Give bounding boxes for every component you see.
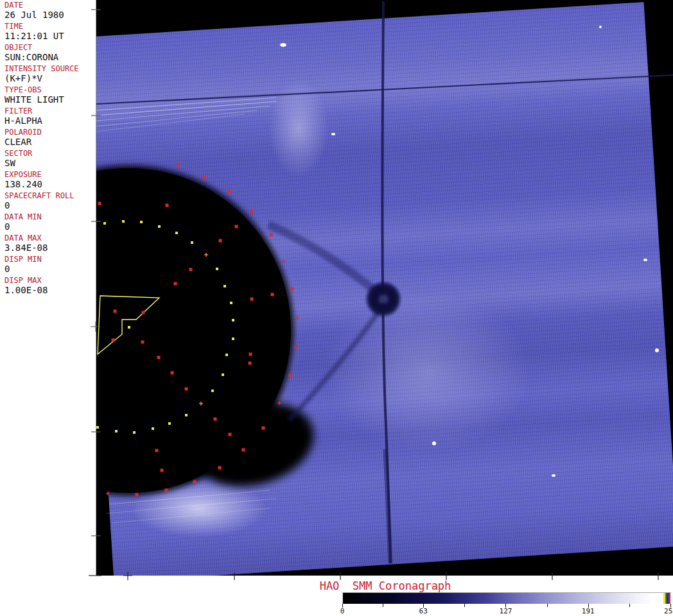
field-label: DATA MAX xyxy=(4,234,96,243)
field-label: OBJECT xyxy=(4,44,96,52)
metadata-field: SECTORSW xyxy=(4,150,96,168)
field-value: 26 Jul 1980 xyxy=(4,10,96,20)
metadata-field-list: DATE26 Jul 1980TIME11:21:01 UTOBJECTSUN:… xyxy=(4,1,96,295)
field-label: DISP MAX xyxy=(4,277,96,285)
colorbar-tick-label: 0 xyxy=(329,607,355,615)
metadata-field: DISP MIN0 xyxy=(4,255,96,274)
metadata-field: OBJECTSUN:CORONA xyxy=(4,44,96,62)
metadata-field: DATA MIN0 xyxy=(4,213,96,232)
field-value: WHITE LIGHT xyxy=(4,94,96,105)
field-label: SECTOR xyxy=(4,150,96,158)
field-value: 138.240 xyxy=(4,179,96,189)
metadata-field: POLAROIDCLEAR xyxy=(4,128,96,147)
field-value: (K+F)*V xyxy=(4,73,96,83)
image-title: HAO SMM Coronagraph xyxy=(283,579,488,592)
colorbar-tick-label: 191 xyxy=(575,607,601,615)
metadata-field: TYPE-OBSWHITE LIGHT xyxy=(4,86,96,105)
field-label: SPACECRAFT ROLL xyxy=(4,192,96,200)
field-value: H-ALPHA xyxy=(4,116,96,126)
colorbar-minor-tick xyxy=(547,604,548,607)
field-value: 11:21:01 UT xyxy=(4,31,96,41)
colorbar-minor-tick xyxy=(629,604,630,607)
lut-saturation-stripes xyxy=(663,593,670,604)
field-label: DATE xyxy=(4,1,96,10)
field-value: CLEAR xyxy=(4,137,96,147)
metadata-field: EXPOSURE138.240 xyxy=(4,171,96,189)
colorbar-minor-tick xyxy=(464,604,465,607)
coronagraph-image-canvas[interactable] xyxy=(96,0,673,576)
field-label: TYPE-OBS xyxy=(4,86,96,94)
field-value: SW xyxy=(4,158,96,168)
metadata-field: DATA MAX3.84E-08 xyxy=(4,234,96,253)
field-value: 0 xyxy=(4,200,96,210)
metadata-field: TIME11:21:01 UT xyxy=(4,22,96,41)
field-value: 3.84E-08 xyxy=(4,243,96,253)
colorbar-tick-label: 127 xyxy=(493,607,518,615)
field-value: 0 xyxy=(4,221,96,232)
metadata-field: FILTERH-ALPHA xyxy=(4,107,96,126)
field-label: TIME xyxy=(4,22,96,31)
field-label: DISP MIN xyxy=(4,255,96,264)
field-label: FILTER xyxy=(4,107,96,116)
colorbar-tick-label: 63 xyxy=(410,607,436,615)
field-label: POLAROID xyxy=(4,128,96,137)
field-label: INTENSITY SOURCE xyxy=(4,65,96,73)
field-value: 1.00E-08 xyxy=(4,285,96,295)
field-value: SUN:CORONA xyxy=(4,52,96,62)
intensity-colorbar xyxy=(342,592,671,604)
metadata-field: SPACECRAFT ROLL0 xyxy=(4,192,96,210)
metadata-field: DISP MAX1.00E-08 xyxy=(4,277,96,295)
field-label: DATA MIN xyxy=(4,213,96,221)
field-value: 0 xyxy=(4,264,96,274)
metadata-sidebar: DATE26 Jul 1980TIME11:21:01 UTOBJECTSUN:… xyxy=(0,0,96,576)
colorbar-tick-label: 255 xyxy=(658,607,673,615)
colorbar-minor-tick xyxy=(383,604,383,607)
metadata-field: DATE26 Jul 1980 xyxy=(4,1,96,20)
field-label: EXPOSURE xyxy=(4,171,96,179)
metadata-field: INTENSITY SOURCE(K+F)*V xyxy=(4,65,96,83)
